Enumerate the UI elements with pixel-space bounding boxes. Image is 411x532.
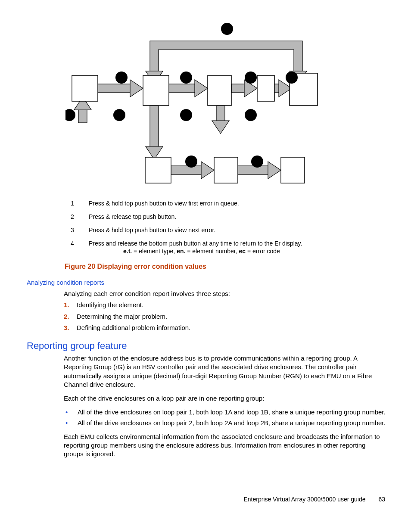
svg-marker-7 [130, 80, 143, 97]
step-text: Press & hold top push button to view fir… [89, 197, 302, 210]
svg-marker-17 [201, 162, 214, 179]
paragraph: Another function of the enclosure addres… [64, 354, 386, 389]
paragraph: Analyzing each error condition report in… [64, 289, 383, 298]
svg-rect-16 [171, 166, 203, 174]
step-text: Press & release top push button. [89, 211, 302, 223]
page-footer: Enterprise Virtual Array 3000/5000 user … [0, 495, 385, 504]
unordered-list: •All of the drive enclosures on loop pai… [64, 408, 386, 427]
step-num: 1 [71, 197, 88, 210]
abbreviation-legend: e.t. = element type, en. = element numbe… [123, 247, 280, 255]
diagram-steps: 1Press & hold top push button to view fi… [70, 196, 303, 251]
svg-marker-9 [195, 80, 208, 97]
svg-point-30 [180, 72, 192, 84]
list-item: All of the drive enclosures on loop pair… [78, 408, 386, 417]
svg-rect-2 [150, 106, 159, 149]
list-item: Determining the major problem. [77, 312, 167, 321]
section-heading: Reporting group feature [27, 339, 127, 352]
page-number: 63 [378, 495, 385, 504]
list-item: All of the drive enclosures on loop pair… [78, 419, 386, 427]
svg-rect-6 [98, 84, 132, 93]
footer-title: Enterprise Virtual Array 3000/5000 user … [244, 496, 366, 503]
svg-point-32 [286, 72, 298, 84]
error-flow-diagram [65, 19, 319, 187]
svg-point-31 [245, 72, 257, 84]
subsection-heading: Analyzing condition reports [27, 278, 104, 287]
step-num: 3 [71, 224, 88, 236]
svg-point-28 [221, 23, 233, 35]
svg-point-37 [185, 156, 197, 168]
svg-rect-26 [214, 157, 238, 183]
list-item: Identifying the element. [77, 301, 143, 309]
svg-point-35 [180, 109, 192, 121]
svg-point-36 [245, 109, 257, 121]
paragraph: Each of the drive enclosures on a loop p… [64, 394, 386, 403]
step-num: 4 [71, 237, 88, 250]
svg-rect-4 [216, 106, 225, 123]
list-item: Defining additional problem information. [77, 324, 190, 332]
step-num: 2 [71, 211, 88, 223]
svg-rect-23 [257, 75, 274, 101]
svg-rect-25 [145, 157, 171, 183]
svg-rect-8 [167, 84, 197, 93]
paragraph: Each EMU collects environmental informat… [64, 432, 386, 459]
svg-point-29 [115, 72, 128, 84]
step-text: Press & hold top push button to view nex… [89, 224, 302, 236]
svg-rect-22 [208, 75, 231, 106]
svg-point-33 [65, 109, 75, 121]
svg-marker-19 [268, 162, 281, 179]
svg-rect-18 [238, 166, 270, 174]
svg-point-34 [113, 109, 125, 121]
svg-rect-20 [72, 75, 98, 101]
svg-rect-27 [281, 157, 305, 183]
svg-rect-21 [143, 75, 169, 106]
figure-caption: Figure 20 Displaying error condition val… [65, 262, 206, 271]
svg-marker-5 [212, 121, 229, 134]
ordered-list: 1.Identifying the element. 2.Determining… [64, 301, 383, 332]
svg-point-38 [251, 156, 263, 168]
